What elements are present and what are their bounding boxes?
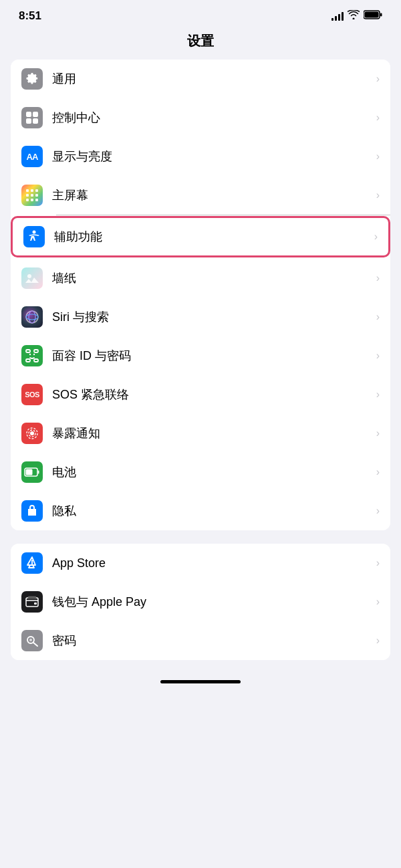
privacy-icon bbox=[21, 500, 43, 522]
row-label-accessibility: 辅助功能 bbox=[54, 229, 374, 245]
control-icon bbox=[21, 107, 43, 128]
wallet-icon bbox=[21, 591, 43, 613]
status-bar: 8:51 bbox=[0, 0, 401, 27]
row-label-privacy: 隐私 bbox=[52, 503, 376, 519]
row-label-control: 控制中心 bbox=[52, 110, 376, 126]
chevron-icon-siri: › bbox=[376, 311, 380, 323]
signal-icon bbox=[331, 11, 344, 21]
faceid-icon bbox=[21, 345, 43, 366]
svg-rect-12 bbox=[35, 194, 38, 197]
status-icons bbox=[331, 10, 382, 22]
svg-point-26 bbox=[33, 354, 35, 355]
row-label-password: 密码 bbox=[52, 633, 376, 649]
wallpaper-icon bbox=[21, 267, 43, 289]
svg-rect-3 bbox=[26, 112, 31, 117]
home-bar bbox=[160, 680, 241, 683]
row-label-appstore: App Store bbox=[52, 556, 376, 570]
settings-row-faceid[interactable]: 面容 ID 与密码 › bbox=[11, 336, 390, 375]
settings-row-wallpaper[interactable]: 墙纸 › bbox=[11, 259, 390, 298]
chevron-icon-battery: › bbox=[376, 466, 380, 478]
svg-rect-21 bbox=[26, 350, 30, 352]
exposure-icon bbox=[21, 423, 43, 444]
svg-point-25 bbox=[29, 354, 31, 355]
settings-section-2: App Store › 钱包与 Apple Pay › 密码 › bbox=[11, 544, 390, 660]
chevron-icon-exposure: › bbox=[376, 427, 380, 439]
svg-rect-31 bbox=[26, 469, 33, 475]
chevron-icon-password: › bbox=[376, 635, 380, 647]
row-label-homescreen: 主屏幕 bbox=[52, 187, 376, 203]
svg-point-19 bbox=[29, 311, 35, 323]
siri-icon bbox=[21, 306, 43, 328]
svg-point-20 bbox=[26, 314, 38, 320]
chevron-icon-display: › bbox=[376, 150, 380, 162]
svg-point-40 bbox=[29, 639, 32, 641]
row-label-display: 显示与亮度 bbox=[52, 148, 376, 165]
svg-rect-11 bbox=[31, 194, 33, 197]
sos-icon: SOS bbox=[21, 384, 43, 405]
chevron-icon-general: › bbox=[376, 73, 380, 85]
battery-icon bbox=[21, 461, 43, 483]
settings-row-appstore[interactable]: App Store › bbox=[11, 544, 390, 582]
page-title-bar: 设置 bbox=[0, 27, 401, 60]
row-label-wallet: 钱包与 Apple Pay bbox=[52, 594, 376, 610]
row-label-exposure: 暴露通知 bbox=[52, 425, 376, 441]
accessibility-icon bbox=[23, 226, 45, 247]
settings-row-general[interactable]: 通用 › bbox=[11, 60, 390, 98]
settings-row-privacy[interactable]: 隐私 › bbox=[11, 492, 390, 530]
svg-rect-4 bbox=[33, 112, 38, 117]
svg-point-18 bbox=[26, 311, 38, 323]
svg-rect-23 bbox=[26, 359, 30, 362]
wifi-icon bbox=[348, 10, 360, 22]
svg-rect-24 bbox=[34, 359, 38, 362]
svg-rect-22 bbox=[34, 350, 38, 352]
settings-row-battery[interactable]: 电池 › bbox=[11, 453, 390, 492]
svg-rect-36 bbox=[34, 603, 37, 605]
password-icon bbox=[21, 630, 43, 651]
page-title: 设置 bbox=[187, 33, 214, 48]
battery-icon bbox=[364, 10, 382, 22]
status-time: 8:51 bbox=[19, 9, 41, 23]
svg-rect-7 bbox=[26, 189, 29, 192]
settings-row-exposure[interactable]: 暴露通知 › bbox=[11, 414, 390, 453]
row-label-faceid: 面容 ID 与密码 bbox=[52, 348, 376, 364]
chevron-icon-homescreen: › bbox=[376, 189, 380, 201]
row-label-siri: Siri 与搜索 bbox=[52, 309, 376, 325]
row-label-general: 通用 bbox=[52, 71, 376, 87]
svg-line-39 bbox=[33, 643, 37, 646]
general-icon bbox=[21, 68, 43, 90]
settings-row-control[interactable]: 控制中心 › bbox=[11, 98, 390, 137]
svg-rect-9 bbox=[35, 189, 38, 192]
home-indicator bbox=[0, 673, 401, 687]
settings-row-accessibility[interactable]: 辅助功能 › bbox=[11, 216, 390, 257]
settings-row-homescreen[interactable]: 主屏幕 › bbox=[11, 176, 390, 215]
chevron-icon-sos: › bbox=[376, 389, 380, 401]
svg-rect-8 bbox=[31, 189, 33, 192]
chevron-icon-wallpaper: › bbox=[376, 272, 380, 284]
chevron-icon-faceid: › bbox=[376, 350, 380, 362]
settings-row-display[interactable]: AA 显示与亮度 › bbox=[11, 137, 390, 176]
svg-rect-2 bbox=[380, 13, 382, 17]
appstore-icon bbox=[21, 552, 43, 574]
svg-rect-35 bbox=[26, 598, 38, 607]
svg-rect-1 bbox=[365, 12, 379, 18]
settings-row-siri[interactable]: Siri 与搜索 › bbox=[11, 298, 390, 336]
settings-row-wallet[interactable]: 钱包与 Apple Pay › bbox=[11, 582, 390, 621]
display-icon: AA bbox=[21, 146, 43, 167]
svg-rect-10 bbox=[26, 194, 29, 197]
row-label-wallpaper: 墙纸 bbox=[52, 270, 376, 286]
settings-row-password[interactable]: 密码 › bbox=[11, 621, 390, 660]
svg-rect-32 bbox=[38, 471, 39, 474]
svg-rect-37 bbox=[28, 596, 36, 599]
settings-row-sos[interactable]: SOS SOS 紧急联络 › bbox=[11, 375, 390, 414]
svg-rect-5 bbox=[26, 118, 31, 124]
svg-rect-15 bbox=[35, 199, 38, 201]
chevron-icon-accessibility: › bbox=[374, 231, 378, 243]
settings-section-1: 通用 › 控制中心 › AA 显示与亮度 › 主屏幕 bbox=[11, 60, 390, 530]
svg-point-17 bbox=[27, 274, 31, 278]
chevron-icon-wallet: › bbox=[376, 596, 380, 608]
homescreen-icon bbox=[21, 185, 43, 206]
chevron-icon-control: › bbox=[376, 112, 380, 124]
chevron-icon-privacy: › bbox=[376, 505, 380, 517]
svg-point-16 bbox=[33, 231, 36, 234]
row-label-sos: SOS 紧急联络 bbox=[52, 387, 376, 403]
